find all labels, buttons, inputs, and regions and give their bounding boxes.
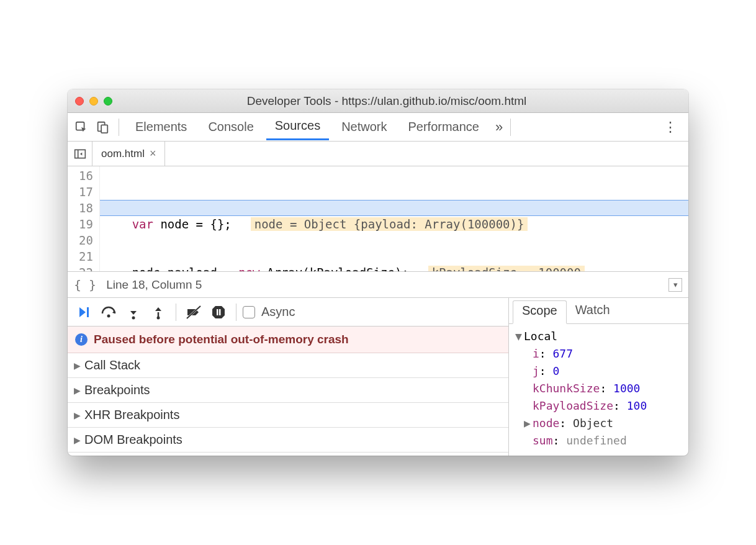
scope-watch-tabs: Scope Watch xyxy=(509,298,688,324)
pause-on-exceptions-button[interactable] xyxy=(207,301,230,323)
inspect-element-icon[interactable] xyxy=(73,119,90,136)
step-over-button[interactable] xyxy=(97,301,120,323)
scope-var-i[interactable]: i: 677 xyxy=(515,345,686,363)
step-out-button[interactable] xyxy=(147,301,169,323)
scope-var-sum[interactable]: sum: undefined xyxy=(515,432,686,449)
devtools-window: Developer Tools - https://ulan.github.io… xyxy=(68,89,688,456)
line-gutter: 16 17 18 19 20 21 22 xyxy=(68,166,100,271)
separator xyxy=(119,119,119,136)
coverage-toggle-icon[interactable]: ▾ xyxy=(668,278,682,292)
pause-reason: Paused before potential out-of-memory cr… xyxy=(94,333,349,346)
pause-banner: i Paused before potential out-of-memory … xyxy=(68,327,508,353)
main-tabbar: Elements Console Sources Network Perform… xyxy=(68,113,688,142)
tab-elements[interactable]: Elements xyxy=(127,115,196,139)
tab-sources[interactable]: Sources xyxy=(266,114,329,140)
navigator-toggle-icon[interactable] xyxy=(68,142,92,166)
svg-rect-4 xyxy=(87,307,89,317)
scope-var-kchunksize[interactable]: kChunkSize: 1000 xyxy=(515,380,686,397)
scope-panel: ▼Local i: 677 j: 0 kChunkSize: 1000 kPay… xyxy=(509,324,688,456)
svg-point-6 xyxy=(132,316,135,319)
tab-performance[interactable]: Performance xyxy=(400,115,488,139)
cursor-position: Line 18, Column 5 xyxy=(106,278,202,292)
async-checkbox[interactable] xyxy=(243,306,255,318)
scope-var-node[interactable]: ▶node: Object xyxy=(515,415,686,432)
close-tab-icon[interactable]: × xyxy=(150,147,156,160)
accordion-dom-breakpoints[interactable]: ▶DOM Breakpoints xyxy=(68,428,508,453)
code-editor[interactable]: 16 17 18 19 20 21 22 var node = {}; node… xyxy=(68,166,688,272)
svg-rect-2 xyxy=(101,125,107,133)
file-tab-label: oom.html xyxy=(101,148,145,160)
titlebar: Developer Tools - https://ulan.github.io… xyxy=(68,89,688,113)
tab-watch[interactable]: Watch xyxy=(567,298,619,323)
close-window-button[interactable] xyxy=(75,97,84,106)
scope-var-kpayloadsize[interactable]: kPayloadSize: 100 xyxy=(515,397,686,415)
tab-console[interactable]: Console xyxy=(199,115,262,139)
pretty-print-icon[interactable]: { } xyxy=(74,277,96,292)
tab-network[interactable]: Network xyxy=(333,115,395,139)
svg-rect-9 xyxy=(219,309,221,315)
file-tabbar: oom.html × xyxy=(68,142,688,166)
window-title: Developer Tools - https://ulan.github.io… xyxy=(92,94,681,108)
device-toolbar-icon[interactable] xyxy=(94,119,111,136)
resume-button[interactable] xyxy=(73,301,95,323)
tab-scope[interactable]: Scope xyxy=(513,300,567,324)
more-tabs-button[interactable]: » xyxy=(495,119,503,135)
debugger-toolbar: Async xyxy=(68,298,508,327)
accordion-breakpoints[interactable]: ▶Breakpoints xyxy=(68,378,508,403)
settings-menu-button[interactable]: ⋮ xyxy=(657,119,683,135)
scope-local-header[interactable]: ▼Local xyxy=(515,328,686,345)
deactivate-breakpoints-button[interactable] xyxy=(182,301,205,323)
svg-rect-8 xyxy=(217,309,218,315)
step-into-button[interactable] xyxy=(122,301,145,323)
code-line-17: node.payload = new Array(kPayloadSize); … xyxy=(104,264,688,272)
scope-var-j[interactable]: j: 0 xyxy=(515,363,686,380)
separator xyxy=(510,119,511,136)
accordion-xhr-breakpoints[interactable]: ▶XHR Breakpoints xyxy=(68,403,508,428)
file-tab-oom[interactable]: oom.html × xyxy=(92,142,165,166)
editor-statusbar: { } Line 18, Column 5 ▾ xyxy=(68,272,688,298)
code-line-16: var node = {}; node = Object {payload: A… xyxy=(104,216,688,232)
svg-point-5 xyxy=(107,314,110,317)
info-icon: i xyxy=(75,333,88,346)
async-label: Async xyxy=(261,305,295,319)
accordion-call-stack[interactable]: ▶Call Stack xyxy=(68,353,508,378)
svg-point-7 xyxy=(157,316,160,319)
